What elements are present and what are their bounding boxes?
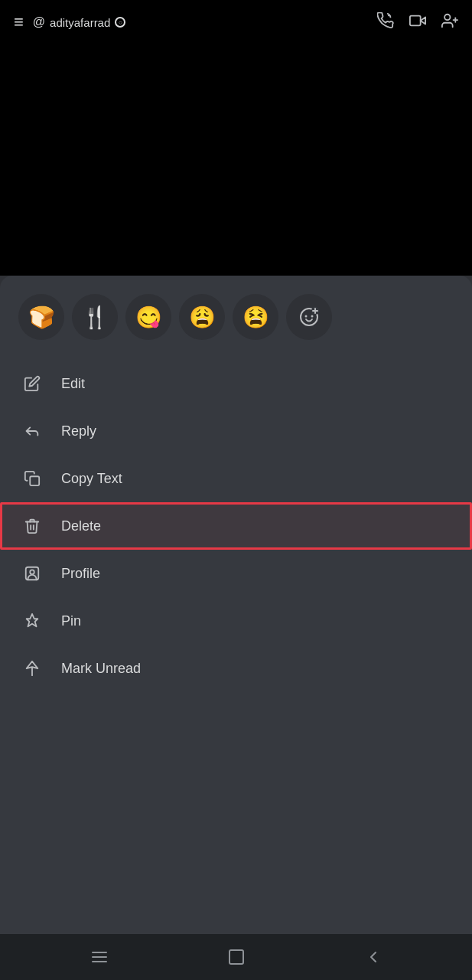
menu-item-edit[interactable]: Edit — [0, 360, 472, 407]
flag-icon — [21, 660, 43, 677]
add-emoji-button[interactable] — [286, 294, 332, 340]
svg-point-6 — [305, 315, 308, 318]
nav-back-icon[interactable] — [364, 948, 382, 966]
video-area: ≡ @ adityafarrad ○ — [0, 0, 472, 276]
reply-label: Reply — [61, 423, 96, 439]
edit-label: Edit — [61, 376, 85, 392]
emoji-yum[interactable]: 😋 — [125, 294, 171, 340]
header-right — [377, 12, 458, 33]
svg-point-13 — [30, 570, 34, 574]
menu-item-copy-text[interactable]: Copy Text — [0, 455, 472, 502]
svg-rect-18 — [229, 950, 243, 964]
pin-label: Pin — [61, 613, 81, 629]
emoji-bread[interactable]: 🍞 — [18, 294, 64, 340]
svg-point-7 — [311, 315, 314, 318]
menu-item-delete[interactable]: Delete — [0, 502, 472, 550]
header-bar: ≡ @ adityafarrad ○ — [0, 0, 472, 44]
reply-icon — [21, 423, 43, 439]
header-left: ≡ @ adityafarrad ○ — [14, 14, 125, 31]
profile-add-icon[interactable] — [441, 12, 458, 33]
copy-text-label: Copy Text — [61, 471, 122, 487]
person-icon — [21, 565, 43, 582]
svg-marker-0 — [421, 17, 425, 24]
nav-home-icon[interactable] — [227, 948, 246, 966]
svg-point-2 — [444, 14, 450, 19]
emoji-tired[interactable]: 😫 — [233, 294, 278, 340]
menu-item-mark-unread[interactable]: Mark Unread — [0, 645, 472, 692]
svg-marker-14 — [27, 662, 38, 675]
header-username: @ adityafarrad ○ — [33, 15, 125, 29]
trash-icon — [21, 518, 43, 534]
menu-item-pin[interactable]: Pin — [0, 597, 472, 645]
pencil-icon — [21, 375, 43, 392]
bottom-nav — [0, 934, 472, 980]
hamburger-icon[interactable]: ≡ — [14, 14, 24, 31]
emoji-bar: 🍞 🍴 😋 😩 😫 — [0, 276, 472, 354]
verified-icon: ○ — [115, 17, 125, 28]
copy-icon — [21, 470, 43, 487]
at-symbol: @ — [33, 15, 45, 29]
profile-label: Profile — [61, 566, 100, 582]
emoji-fork-knife[interactable]: 🍴 — [72, 294, 118, 340]
username-text: adityafarrad — [50, 16, 110, 29]
call-icon[interactable] — [377, 12, 394, 33]
bottom-sheet: 🍞 🍴 😋 😩 😫 E — [0, 276, 472, 980]
mark-unread-label: Mark Unread — [61, 661, 141, 677]
menu-item-profile[interactable]: Profile — [0, 550, 472, 597]
svg-rect-1 — [410, 15, 421, 25]
video-icon[interactable] — [409, 12, 426, 33]
delete-label: Delete — [61, 518, 101, 534]
menu-item-reply[interactable]: Reply — [0, 407, 472, 455]
context-menu: Edit Reply Copy Text — [0, 354, 472, 698]
nav-menu-icon[interactable] — [90, 948, 109, 966]
pin-icon — [21, 612, 43, 629]
emoji-weary[interactable]: 😩 — [179, 294, 225, 340]
svg-rect-11 — [30, 476, 39, 485]
